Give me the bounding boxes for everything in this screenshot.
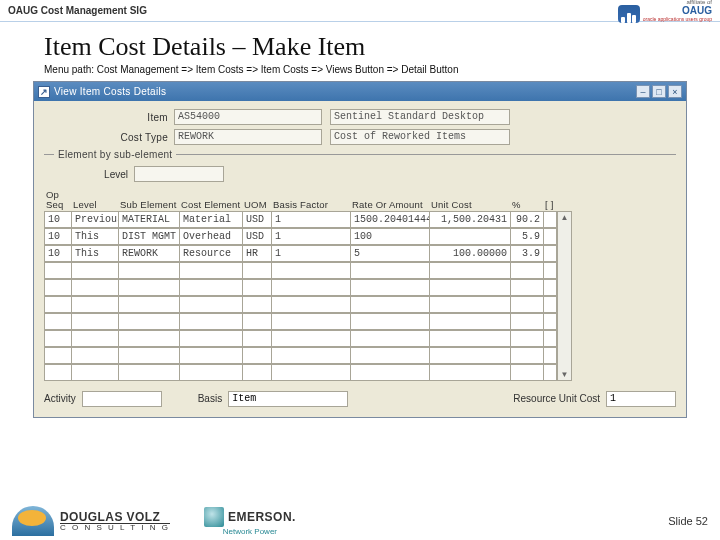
cell-uom[interactable] [242, 279, 272, 296]
cell-sub[interactable] [118, 296, 180, 313]
cell-pct[interactable] [510, 313, 544, 330]
cell-rate[interactable] [350, 313, 430, 330]
basis-field[interactable]: Item [228, 391, 348, 407]
scroll-up-icon[interactable]: ▲ [561, 212, 569, 223]
cell-lev[interactable] [71, 364, 119, 381]
grid-scrollbar[interactable]: ▲ ▼ [557, 211, 572, 381]
cell-rate[interactable]: 1500.204014444 [350, 211, 430, 228]
cell-cst[interactable] [179, 364, 243, 381]
cell-pct[interactable] [510, 296, 544, 313]
cell-rate[interactable]: 5 [350, 245, 430, 262]
minimize-icon[interactable]: – [636, 85, 650, 98]
scroll-down-icon[interactable]: ▼ [561, 369, 569, 380]
cell-lev[interactable]: This [71, 228, 119, 245]
cell-flex[interactable] [543, 279, 557, 296]
cell-basf[interactable]: 1 [271, 245, 351, 262]
activity-field[interactable] [82, 391, 162, 407]
cell-cst[interactable]: Material [179, 211, 243, 228]
cell-sub[interactable] [118, 347, 180, 364]
cell-uc[interactable] [429, 296, 511, 313]
cell-cst[interactable] [179, 262, 243, 279]
cell-sub[interactable] [118, 330, 180, 347]
cell-uom[interactable]: USD [242, 211, 272, 228]
cell-uom[interactable] [242, 330, 272, 347]
table-row[interactable] [44, 364, 557, 381]
cell-uom[interactable]: HR [242, 245, 272, 262]
cell-flex[interactable] [543, 262, 557, 279]
cell-lev[interactable] [71, 330, 119, 347]
cell-basf[interactable] [271, 330, 351, 347]
cell-seq[interactable]: 10 [44, 228, 72, 245]
cell-uc[interactable] [429, 262, 511, 279]
close-icon[interactable]: × [668, 85, 682, 98]
resource-unit-cost-field[interactable]: 1 [606, 391, 676, 407]
cell-flex[interactable] [543, 228, 557, 245]
cell-cst[interactable] [179, 296, 243, 313]
cell-rate[interactable] [350, 262, 430, 279]
item-field[interactable]: AS54000 [174, 109, 322, 125]
cell-lev[interactable] [71, 347, 119, 364]
cell-seq[interactable] [44, 296, 72, 313]
cell-sub[interactable] [118, 279, 180, 296]
table-row[interactable] [44, 262, 557, 279]
table-row[interactable] [44, 279, 557, 296]
expand-icon[interactable]: ↗ [38, 86, 50, 98]
cell-cst[interactable] [179, 279, 243, 296]
cell-lev[interactable]: This [71, 245, 119, 262]
cell-basf[interactable] [271, 313, 351, 330]
cell-flex[interactable] [543, 211, 557, 228]
cell-lev[interactable] [71, 313, 119, 330]
cell-uc[interactable] [429, 279, 511, 296]
cell-rate[interactable] [350, 347, 430, 364]
cell-uc[interactable] [429, 364, 511, 381]
cell-seq[interactable] [44, 313, 72, 330]
cell-basf[interactable] [271, 296, 351, 313]
cell-uc[interactable] [429, 313, 511, 330]
cell-pct[interactable]: 5.9 [510, 228, 544, 245]
cell-basf[interactable] [271, 347, 351, 364]
cell-pct[interactable] [510, 347, 544, 364]
cell-sub[interactable] [118, 364, 180, 381]
cell-rate[interactable]: 100 [350, 228, 430, 245]
cell-sub[interactable]: DIST MGMT [118, 228, 180, 245]
cell-uc[interactable] [429, 347, 511, 364]
cell-cst[interactable] [179, 330, 243, 347]
cell-basf[interactable]: 1 [271, 211, 351, 228]
cell-flex[interactable] [543, 296, 557, 313]
table-row[interactable] [44, 313, 557, 330]
cell-uom[interactable] [242, 296, 272, 313]
table-row[interactable]: 10PreviousMATERIALMaterialUSD11500.20401… [44, 211, 557, 228]
cell-pct[interactable] [510, 330, 544, 347]
cell-flex[interactable] [543, 245, 557, 262]
cell-lev[interactable] [71, 279, 119, 296]
cell-uom[interactable] [242, 262, 272, 279]
cell-sub[interactable]: MATERIAL [118, 211, 180, 228]
cell-pct[interactable] [510, 279, 544, 296]
cell-rate[interactable] [350, 330, 430, 347]
cell-basf[interactable] [271, 364, 351, 381]
cell-pct[interactable] [510, 262, 544, 279]
cell-seq[interactable]: 10 [44, 211, 72, 228]
cell-sub[interactable] [118, 313, 180, 330]
cell-seq[interactable] [44, 364, 72, 381]
maximize-icon[interactable]: □ [652, 85, 666, 98]
cell-seq[interactable] [44, 347, 72, 364]
cell-flex[interactable] [543, 347, 557, 364]
cell-pct[interactable]: 3.9 [510, 245, 544, 262]
cell-seq[interactable] [44, 330, 72, 347]
cell-lev[interactable]: Previous [71, 211, 119, 228]
cell-rate[interactable] [350, 296, 430, 313]
cell-basf[interactable]: 1 [271, 228, 351, 245]
cell-cst[interactable] [179, 313, 243, 330]
cost-type-field[interactable]: REWORK [174, 129, 322, 145]
cell-basf[interactable] [271, 279, 351, 296]
cell-cst[interactable] [179, 347, 243, 364]
cell-uom[interactable] [242, 364, 272, 381]
cell-rate[interactable] [350, 364, 430, 381]
cell-uc[interactable]: 100.00000 [429, 245, 511, 262]
cell-uom[interactable] [242, 313, 272, 330]
cell-uom[interactable]: USD [242, 228, 272, 245]
cell-basf[interactable] [271, 262, 351, 279]
cell-flex[interactable] [543, 313, 557, 330]
cell-sub[interactable]: REWORK [118, 245, 180, 262]
